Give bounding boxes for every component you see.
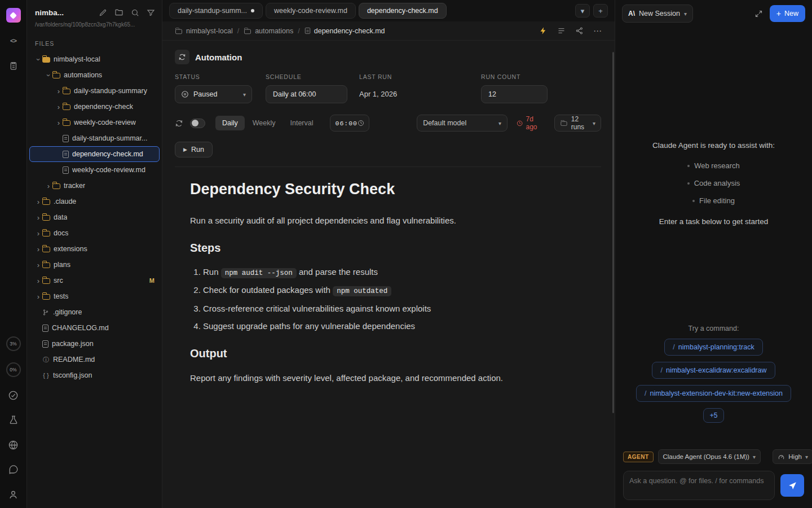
frequency-daily[interactable]: Daily [215, 116, 245, 130]
tree-item-folder[interactable]: automations [29, 67, 160, 83]
chat-textarea[interactable] [629, 476, 769, 495]
tree-item-folder[interactable]: tracker [29, 178, 160, 194]
icon-rail: <> 3% 0% [0, 0, 27, 508]
command-chip[interactable]: /nimbalyst-excalidraw:excalidraw [652, 362, 775, 379]
sync-icon[interactable] [175, 119, 183, 128]
file-tree: nimbalyst-local automations daily-standu… [27, 51, 162, 508]
new-session-button[interactable]: + New [770, 5, 805, 22]
capability-item: Code analysis [615, 174, 812, 192]
more-commands-chip[interactable]: +5 [703, 408, 725, 423]
tree-item-folder[interactable]: tests [29, 288, 160, 304]
command-chip[interactable]: /nimbalyst-planning:track [664, 339, 762, 356]
schedule-enabled-toggle[interactable] [190, 119, 205, 128]
send-button[interactable] [780, 474, 804, 497]
expand-icon[interactable] [754, 10, 763, 18]
memory-usage-indicator[interactable]: 0% [6, 362, 21, 377]
tree-item-folder[interactable]: daily-standup-summary [29, 83, 160, 99]
app-logo[interactable] [6, 8, 21, 23]
user-icon[interactable] [6, 488, 21, 501]
time-input[interactable]: 06:00 [330, 115, 369, 132]
code-icon[interactable]: <> [6, 34, 21, 47]
tree-item-file[interactable]: { }tsconfig.json [29, 367, 160, 383]
effort-dropdown[interactable]: High ▾ [773, 449, 812, 464]
share-icon[interactable] [575, 27, 584, 35]
step-item: Suggest upgrade paths for any vulnerable… [203, 320, 558, 332]
logo-glyph [10, 12, 17, 19]
command-chip[interactable]: /nimbalyst-extension-dev-kit:new-extensi… [636, 385, 791, 402]
assistant-body: Claude Agent is ready to assist with: We… [615, 27, 812, 445]
tree-item-file[interactable]: ⓘREADME.md [29, 352, 160, 367]
globe-icon[interactable] [6, 438, 21, 452]
tree-item-file[interactable]: CHANGELOG.md [29, 320, 160, 336]
editor-content: Automation STATUS Paused ▾ SCHEDULE Dail… [162, 41, 615, 508]
chat-icon[interactable] [6, 463, 21, 476]
chat-input[interactable] [623, 471, 775, 500]
chevron-down-icon: ▾ [805, 454, 808, 460]
tasks-icon[interactable] [6, 59, 21, 72]
tab-dependency-check[interactable]: dependency-check.md [359, 3, 447, 19]
tree-item-folder[interactable]: plans [29, 257, 160, 273]
tree-item-folder[interactable]: nimbalyst-local [29, 51, 160, 67]
capability-item: File editing [615, 192, 812, 209]
breadcrumb: nimbalyst-local / automations / dependen… [162, 21, 615, 41]
automation-header: Automation [175, 50, 601, 64]
tab-weekly-code-review[interactable]: weekly-code-review.md [266, 3, 356, 19]
tree-item-file[interactable]: .gitignore [29, 304, 160, 320]
tree-item-file[interactable]: weekly-code-review.md [29, 162, 160, 178]
tree-item-folder[interactable]: .claude [29, 194, 160, 209]
model-select[interactable]: Default model ▾ [417, 115, 508, 132]
automation-bolt-icon[interactable] [539, 27, 548, 35]
tree-item-file[interactable]: package.json [29, 336, 160, 352]
capabilities-list: Web research Code analysis File editing [615, 157, 812, 209]
step-item: Cross-reference critical vulnerabilities… [203, 303, 558, 315]
tab-list-button[interactable]: ▾ [575, 4, 590, 17]
assistant-toolbar: A\ New Session ▾ + New [615, 0, 812, 27]
edit-icon[interactable] [99, 8, 107, 17]
file-icon [63, 151, 69, 158]
schedule-value[interactable]: Daily at 06:00 [266, 85, 347, 103]
bullet-dot [687, 182, 690, 185]
check-circle-icon[interactable] [6, 388, 21, 402]
folder-open-icon[interactable] [114, 8, 123, 17]
automation-panel: Automation STATUS Paused ▾ SCHEDULE Dail… [175, 50, 601, 167]
status-dropdown[interactable]: Paused ▾ [175, 85, 252, 103]
tree-item-file[interactable]: daily-standup-summar... [29, 130, 160, 146]
unsaved-dot [251, 9, 254, 12]
clock-alert-icon [517, 120, 523, 127]
document-title: Dependency Security Check [190, 181, 558, 198]
run-button[interactable]: ▶ Run [175, 142, 213, 157]
outline-icon[interactable] [557, 27, 566, 35]
chevron-down-icon [34, 56, 42, 63]
chevron-down-icon: ▾ [498, 120, 501, 126]
more-options-icon[interactable]: ⋯ [593, 26, 602, 36]
filter-icon[interactable] [147, 8, 155, 17]
tree-item-file-selected[interactable]: dependency-check.md [29, 146, 160, 162]
folder-icon [42, 262, 50, 268]
runs-dropdown[interactable]: 12 runs ▾ [554, 115, 601, 132]
tree-item-folder[interactable]: dependency-check [29, 99, 160, 115]
frequency-weekly[interactable]: Weekly [246, 116, 283, 130]
status-field: STATUS Paused ▾ [175, 73, 252, 103]
new-tab-button[interactable]: + [593, 4, 608, 17]
editor-scrollbar[interactable] [612, 52, 614, 413]
run-count-value[interactable]: 12 [481, 85, 548, 103]
tree-item-folder[interactable]: docs [29, 225, 160, 241]
last-run-value: Apr 1, 2026 [359, 85, 453, 103]
breadcrumb-item[interactable]: nimbalyst-local [175, 27, 233, 35]
tab-daily-standup-summary[interactable]: daily-standup-summ... [169, 3, 263, 19]
model-dropdown[interactable]: Claude Agent (Opus 4.6 (1M)) ▾ [658, 449, 761, 464]
tree-item-folder[interactable]: data [29, 209, 160, 225]
tree-item-folder[interactable]: srcM [29, 273, 160, 288]
flask-icon[interactable] [6, 413, 21, 427]
cpu-usage-indicator[interactable]: 3% [6, 336, 21, 351]
capability-item: Web research [615, 157, 812, 174]
search-icon[interactable] [131, 8, 139, 17]
tree-item-folder[interactable]: weekly-code-review [29, 115, 160, 130]
git-modified-badge: M [149, 277, 155, 284]
session-dropdown[interactable]: A\ New Session ▾ [622, 5, 693, 23]
frequency-interval[interactable]: Interval [283, 116, 320, 130]
breadcrumb-item-current[interactable]: dependency-check.md [304, 27, 385, 35]
breadcrumb-item[interactable]: automations [244, 27, 293, 35]
tree-item-folder[interactable]: extensions [29, 241, 160, 257]
claude-logo: A\ [628, 10, 635, 17]
